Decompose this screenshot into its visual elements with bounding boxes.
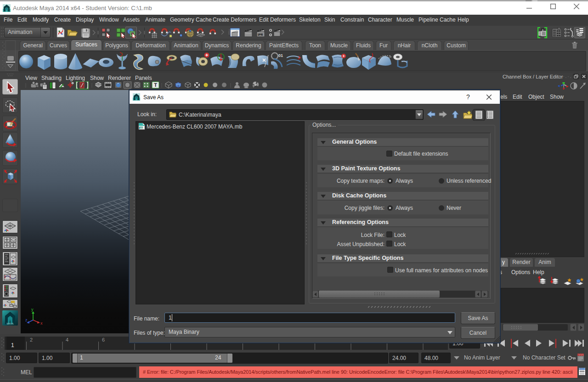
svg-text:IPR: IPR	[258, 33, 263, 36]
svg-text:T: T	[154, 82, 157, 88]
svg-text:4: 4	[66, 337, 68, 343]
svg-text:z: z	[25, 318, 28, 322]
svg-text:MAYA: MAYA	[7, 322, 14, 325]
svg-text:y: y	[31, 308, 34, 312]
svg-text:01: 01	[278, 53, 283, 58]
svg-text:MB: MB	[140, 127, 143, 129]
svg-text:x: x	[40, 321, 43, 325]
svg-text:6: 6	[102, 337, 105, 343]
svg-text:2: 2	[30, 337, 33, 343]
